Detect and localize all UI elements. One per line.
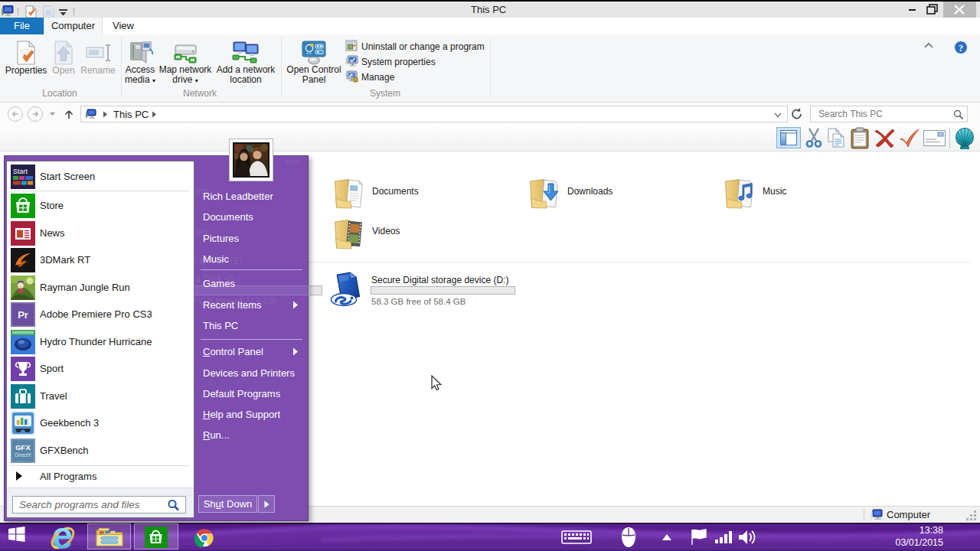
svg-text:DirectX: DirectX — [15, 452, 31, 458]
svg-text:Start: Start — [13, 168, 28, 175]
svg-text:GFX: GFX — [15, 443, 31, 452]
svg-text:Pr: Pr — [18, 309, 28, 321]
svg-text:?: ? — [959, 43, 963, 54]
